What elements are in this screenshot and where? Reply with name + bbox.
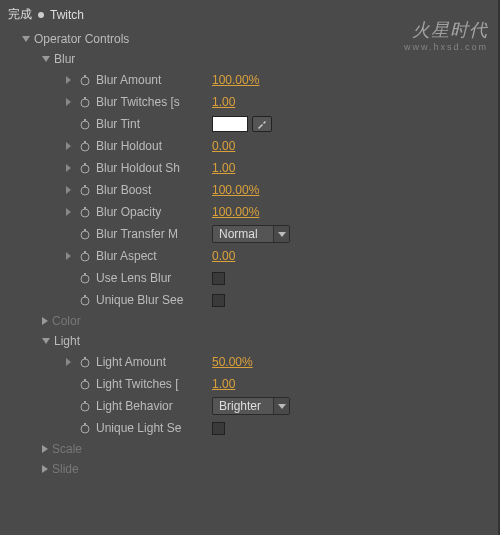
- unique-blur-seed-checkbox[interactable]: [212, 294, 225, 307]
- blur-label: Blur: [54, 52, 75, 66]
- svg-point-16: [81, 253, 89, 261]
- blur-aspect-row: Blur Aspect 0.00: [0, 245, 498, 267]
- comp-prefix: 完成: [8, 6, 32, 23]
- blur-twitches-row: Blur Twitches [s 1.00: [0, 91, 498, 113]
- chevron-right-icon: [66, 76, 71, 84]
- expand-toggle[interactable]: [62, 142, 74, 150]
- twirl-down-icon: [42, 338, 50, 344]
- blur-amount-value[interactable]: 100.00%: [212, 73, 259, 87]
- light-amount-row: Light Amount 50.00%: [0, 351, 498, 373]
- expand-toggle[interactable]: [62, 164, 74, 172]
- expand-toggle[interactable]: [62, 76, 74, 84]
- blur-opacity-value[interactable]: 100.00%: [212, 205, 259, 219]
- unique-light-seed-row: Unique Light Se: [0, 417, 498, 439]
- slide-label: Slide: [52, 462, 79, 476]
- svg-point-20: [81, 297, 89, 305]
- blur-holdout-sh-row: Blur Holdout Sh 1.00: [0, 157, 498, 179]
- twirl-right-icon: [42, 445, 48, 453]
- light-amount-value[interactable]: 50.00%: [212, 355, 253, 369]
- svg-point-24: [81, 381, 89, 389]
- blur-opacity-label: Blur Opacity: [96, 205, 206, 219]
- scale-group[interactable]: Scale: [0, 439, 498, 459]
- blur-holdout-label: Blur Holdout: [96, 139, 206, 153]
- use-lens-blur-checkbox[interactable]: [212, 272, 225, 285]
- watermark-url: www.hxsd.com: [404, 42, 488, 52]
- svg-rect-9: [84, 163, 86, 165]
- unique-light-seed-checkbox[interactable]: [212, 422, 225, 435]
- svg-rect-21: [84, 295, 86, 297]
- stopwatch-icon[interactable]: [78, 161, 92, 175]
- expand-toggle[interactable]: [62, 252, 74, 260]
- light-label: Light: [54, 334, 80, 348]
- svg-rect-25: [84, 379, 86, 381]
- blur-holdout-sh-value[interactable]: 1.00: [212, 161, 235, 175]
- color-swatch[interactable]: [212, 116, 248, 132]
- unique-blur-seed-label: Unique Blur See: [96, 293, 206, 307]
- svg-point-2: [81, 99, 89, 107]
- svg-rect-23: [84, 357, 86, 359]
- svg-point-26: [81, 403, 89, 411]
- svg-rect-3: [84, 97, 86, 99]
- color-group[interactable]: Color: [0, 311, 498, 331]
- twirl-right-icon: [42, 465, 48, 473]
- stopwatch-icon[interactable]: [78, 73, 92, 87]
- svg-point-0: [81, 77, 89, 85]
- twirl-down-icon: [42, 56, 50, 62]
- stopwatch-icon[interactable]: [78, 355, 92, 369]
- blur-group[interactable]: Blur: [0, 49, 498, 69]
- svg-rect-27: [84, 401, 86, 403]
- svg-rect-29: [84, 423, 86, 425]
- watermark-brand: 火星时代: [404, 18, 488, 42]
- twirl-down-icon: [22, 36, 30, 42]
- stopwatch-icon[interactable]: [78, 249, 92, 263]
- expand-toggle[interactable]: [62, 358, 74, 366]
- svg-rect-5: [84, 119, 86, 121]
- use-lens-blur-row: Use Lens Blur: [0, 267, 498, 289]
- svg-rect-7: [84, 141, 86, 143]
- light-twitches-row: Light Twitches [ 1.00: [0, 373, 498, 395]
- stopwatch-icon[interactable]: [78, 205, 92, 219]
- stopwatch-icon[interactable]: [78, 421, 92, 435]
- blur-holdout-sh-label: Blur Holdout Sh: [96, 161, 206, 175]
- svg-point-4: [81, 121, 89, 129]
- svg-point-12: [81, 209, 89, 217]
- blur-tint-row: Blur Tint: [0, 113, 498, 135]
- light-twitches-value[interactable]: 1.00: [212, 377, 235, 391]
- blur-amount-label: Blur Amount: [96, 73, 206, 87]
- blur-aspect-label: Blur Aspect: [96, 249, 206, 263]
- expand-toggle[interactable]: [62, 208, 74, 216]
- unique-light-seed-label: Unique Light Se: [96, 421, 206, 435]
- twirl-right-icon: [42, 317, 48, 325]
- stopwatch-icon[interactable]: [78, 399, 92, 413]
- light-behavior-dropdown[interactable]: Brighter: [212, 397, 290, 415]
- stopwatch-icon[interactable]: [78, 377, 92, 391]
- svg-point-10: [81, 187, 89, 195]
- blur-transfer-row: Blur Transfer M Normal: [0, 223, 498, 245]
- stopwatch-icon[interactable]: [78, 117, 92, 131]
- operator-controls-label: Operator Controls: [34, 32, 129, 46]
- chevron-right-icon: [66, 164, 71, 172]
- light-group[interactable]: Light: [0, 331, 498, 351]
- watermark: 火星时代 www.hxsd.com: [404, 18, 488, 52]
- blur-transfer-dropdown[interactable]: Normal: [212, 225, 290, 243]
- stopwatch-icon[interactable]: [78, 293, 92, 307]
- blur-opacity-row: Blur Opacity 100.00%: [0, 201, 498, 223]
- blur-boost-value[interactable]: 100.00%: [212, 183, 259, 197]
- slide-group[interactable]: Slide: [0, 459, 498, 479]
- blur-tint-label: Blur Tint: [96, 117, 206, 131]
- stopwatch-icon[interactable]: [78, 227, 92, 241]
- blur-boost-row: Blur Boost 100.00%: [0, 179, 498, 201]
- blur-aspect-value[interactable]: 0.00: [212, 249, 235, 263]
- expand-toggle[interactable]: [62, 98, 74, 106]
- chevron-right-icon: [66, 252, 71, 260]
- blur-twitches-value[interactable]: 1.00: [212, 95, 235, 109]
- svg-point-18: [81, 275, 89, 283]
- blur-holdout-value[interactable]: 0.00: [212, 139, 235, 153]
- eyedropper-button[interactable]: [252, 116, 272, 132]
- stopwatch-icon[interactable]: [78, 271, 92, 285]
- stopwatch-icon[interactable]: [78, 183, 92, 197]
- expand-toggle[interactable]: [62, 186, 74, 194]
- stopwatch-icon[interactable]: [78, 95, 92, 109]
- stopwatch-icon[interactable]: [78, 139, 92, 153]
- light-twitches-label: Light Twitches [: [96, 377, 206, 391]
